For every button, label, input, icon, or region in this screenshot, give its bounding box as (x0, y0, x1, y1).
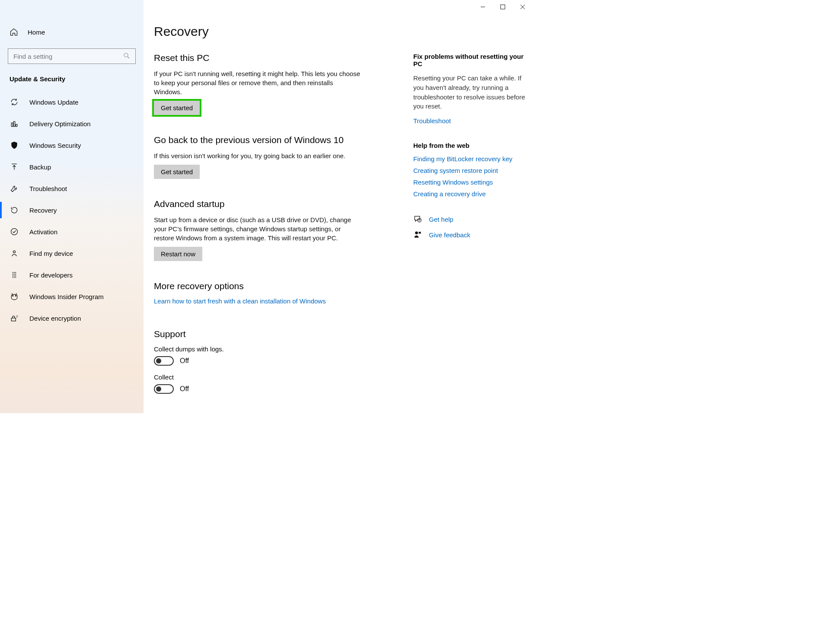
sidebar-item-label: Find my device (29, 250, 73, 257)
sidebar-item-windows-update[interactable]: Windows Update (0, 91, 144, 113)
sidebar-item-windows-security[interactable]: Windows Security (0, 134, 144, 156)
svg-point-7 (15, 295, 16, 296)
troubleshoot-link[interactable]: Troubleshoot (413, 117, 451, 124)
wrench-icon (10, 184, 19, 193)
toggle-label: Collect dumps with logs. (154, 345, 361, 353)
help-link-recovery-drive[interactable]: Creating a recovery drive (413, 190, 486, 198)
recovery-icon (10, 205, 19, 215)
feedback-icon (413, 230, 422, 239)
aside-column: Fix problems without resetting your PC R… (413, 53, 526, 413)
help-link-bitlocker[interactable]: Finding my BitLocker recovery key (413, 155, 512, 163)
sidebar-item-label: Windows Insider Program (29, 293, 104, 300)
find-device-icon (10, 249, 19, 258)
section-advanced-startup: Advanced startup Start up from a device … (154, 199, 361, 261)
content-column: Reset this PC If your PC isn't running w… (154, 53, 361, 413)
svg-point-11 (415, 232, 418, 235)
goback-get-started-button[interactable]: Get started (154, 165, 200, 179)
restart-now-button[interactable]: Restart now (154, 247, 202, 261)
sidebar-item-device-encryption[interactable]: Device encryption (0, 307, 144, 329)
search-input[interactable] (8, 48, 136, 64)
start-fresh-link[interactable]: Learn how to start fresh with a clean in… (154, 297, 326, 305)
aside-help-web: Help from the web Finding my BitLocker r… (413, 142, 526, 202)
section-title: Support (154, 329, 361, 339)
sidebar-item-find-my-device[interactable]: Find my device (0, 242, 144, 264)
section-title: Reset this PC (154, 53, 361, 63)
give-feedback-link[interactable]: Give feedback (429, 231, 470, 239)
toggle-state: Off (180, 385, 189, 393)
svg-point-6 (12, 295, 13, 296)
encryption-icon (10, 313, 19, 323)
aside-desc: Resetting your PC can take a while. If y… (413, 73, 526, 111)
sidebar-item-label: Activation (29, 228, 57, 236)
section-desc: If this version isn't working for you, t… (154, 151, 361, 160)
help-link-restore-point[interactable]: Creating system restore point (413, 167, 498, 174)
search-icon (123, 52, 131, 60)
aside-title: Fix problems without resetting your PC (413, 53, 526, 67)
section-go-back: Go back to the previous version of Windo… (154, 135, 361, 179)
aside-help-actions: ? Get help Give feedback (413, 215, 526, 239)
sidebar-item-label: Backup (29, 163, 51, 171)
collect-toggle[interactable] (154, 384, 174, 394)
svg-text:?: ? (419, 219, 421, 222)
section-desc: Start up from a device or disc (such as … (154, 215, 361, 242)
main-content: Recovery Reset this PC If your PC isn't … (144, 0, 533, 413)
sidebar-item-label: Windows Update (29, 99, 78, 106)
sidebar-item-label: Windows Security (29, 142, 81, 149)
sidebar-item-activation[interactable]: Activation (0, 221, 144, 242)
insider-icon (10, 292, 19, 301)
reset-get-started-button[interactable]: Get started (154, 101, 200, 115)
search-wrap (8, 48, 136, 64)
sidebar-item-label: Troubleshoot (29, 185, 67, 192)
section-title: More recovery options (154, 281, 361, 291)
delivery-icon (10, 119, 19, 128)
get-help-link[interactable]: Get help (429, 216, 453, 223)
section-desc: If your PC isn't running well, resetting… (154, 69, 361, 96)
help-link-reset-settings[interactable]: Resetting Windows settings (413, 179, 493, 186)
section-reset-this-pc: Reset this PC If your PC isn't running w… (154, 53, 361, 115)
category-title: Update & Security (0, 68, 144, 85)
svg-rect-12 (419, 232, 421, 233)
svg-point-5 (13, 251, 16, 253)
get-help-icon: ? (413, 215, 422, 223)
shield-icon (10, 140, 19, 150)
sidebar-item-for-developers[interactable]: For developers (0, 264, 144, 286)
sidebar-item-delivery-optimization[interactable]: Delivery Optimization (0, 113, 144, 134)
aside-fix-problems: Fix problems without resetting your PC R… (413, 53, 526, 129)
check-circle-icon (10, 227, 19, 236)
svg-point-4 (11, 229, 18, 235)
svg-rect-8 (11, 318, 16, 321)
sidebar-nav: Windows Update Delivery Optimization Win… (0, 91, 144, 329)
developer-icon (10, 270, 19, 280)
section-title: Advanced startup (154, 199, 361, 209)
section-title: Go back to the previous version of Windo… (154, 135, 361, 145)
section-more-recovery: More recovery options Learn how to start… (154, 281, 361, 309)
home-icon (10, 28, 18, 36)
home-label: Home (28, 29, 45, 36)
svg-line-3 (128, 57, 129, 58)
sidebar-item-label: For developers (29, 271, 73, 279)
backup-icon (10, 162, 19, 172)
sidebar-item-recovery[interactable]: Recovery (0, 199, 144, 221)
home-nav[interactable]: Home (0, 22, 144, 42)
sidebar-item-label: Recovery (29, 207, 57, 214)
svg-point-2 (124, 53, 128, 57)
sidebar: Home Update & Security Windows Update De… (0, 0, 144, 413)
collect-dumps-toggle[interactable] (154, 356, 174, 366)
sidebar-item-label: Device encryption (29, 315, 81, 322)
sidebar-item-label: Delivery Optimization (29, 120, 91, 128)
toggle-label: Collect (154, 373, 361, 381)
sidebar-item-backup[interactable]: Backup (0, 156, 144, 178)
sidebar-item-troubleshoot[interactable]: Troubleshoot (0, 178, 144, 199)
page-title: Recovery (154, 24, 533, 39)
section-support: Support Collect dumps with logs. Off Col… (154, 329, 361, 394)
sidebar-item-windows-insider[interactable]: Windows Insider Program (0, 286, 144, 307)
aside-title: Help from the web (413, 142, 526, 149)
sync-icon (10, 97, 19, 107)
toggle-state: Off (180, 357, 189, 365)
